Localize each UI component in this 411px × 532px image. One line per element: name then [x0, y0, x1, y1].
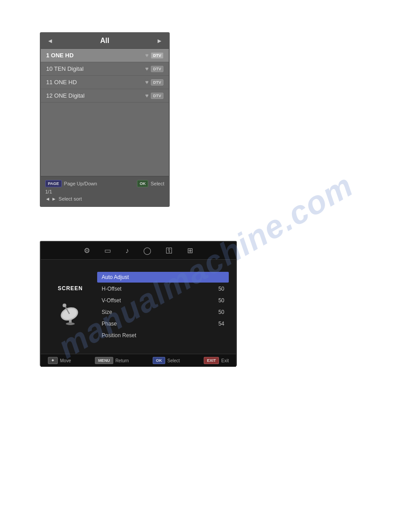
channel-item-right: ♥ DTV	[145, 65, 163, 72]
footer-row-page-number: 1/1	[45, 189, 164, 194]
exit-key-badge: EXIT	[204, 357, 219, 364]
move-footer-item: ✦ Move	[48, 357, 71, 364]
footer-row-2: ◄ ► Select sort	[45, 196, 164, 202]
screen-settings-body: SCREEN	[41, 260, 236, 354]
footer-left: PAGE Page Up/Down	[45, 180, 97, 187]
screen-label: SCREEN	[58, 285, 83, 292]
arrow-key-symbol: ◄ ►	[45, 196, 56, 202]
menu-item-phase[interactable]: Phase 54	[97, 318, 229, 329]
svg-point-1	[66, 322, 75, 325]
return-footer-item: MENU Return	[95, 357, 129, 364]
move-key-badge: ✦	[48, 357, 58, 364]
menu-item-size[interactable]: Size 50	[97, 307, 229, 317]
svg-point-5	[63, 304, 66, 307]
select-footer-item: OK Select	[153, 357, 180, 364]
display-icon[interactable]: ▭	[103, 245, 113, 256]
grid-icon[interactable]: ⊞	[185, 245, 195, 256]
return-label: Return	[116, 358, 129, 363]
phase-value: 54	[218, 321, 224, 327]
channel-items-container: 1 ONE HD ♥ DTV 10 TEN Digital ♥ DTV 11 O…	[41, 49, 169, 183]
channel-item[interactable]: 1 ONE HD ♥ DTV	[41, 49, 169, 62]
favorite-icon: ♥	[145, 52, 149, 59]
prev-page-arrow[interactable]: ◄	[47, 37, 53, 44]
menu-item-h-offset[interactable]: H-Offset 50	[97, 283, 229, 294]
dish-svg	[57, 299, 84, 326]
auto-adjust-label: Auto Adjust	[102, 274, 129, 280]
page-key-badge: PAGE	[45, 180, 62, 187]
v-offset-value: 50	[218, 297, 224, 304]
channel-name: 12 ONE Digital	[46, 92, 85, 99]
channel-item-right: ♥ DTV	[145, 52, 163, 59]
channel-category-title: All	[100, 37, 109, 45]
dtv-badge: DTV	[151, 79, 163, 86]
menu-key-badge: MENU	[95, 357, 113, 364]
screen-settings-panel: ⚙ ▭ ♪ ◯ ⚿ ⊞ SCREEN	[40, 241, 237, 366]
footer-row-1: PAGE Page Up/Down OK Select	[45, 180, 164, 187]
favorite-icon: ♥	[145, 65, 149, 72]
menu-item-position-reset[interactable]: Position Reset	[97, 330, 229, 341]
size-value: 50	[218, 309, 224, 315]
screen-menu-items: Auto Adjust H-Offset 50 V-Offset 50 Size…	[93, 272, 229, 342]
ok-key-badge: OK	[153, 357, 165, 364]
move-label: Move	[60, 358, 71, 363]
channel-item[interactable]: 11 ONE HD ♥ DTV	[41, 76, 169, 89]
settings-topbar: ⚙ ▭ ♪ ◯ ⚿ ⊞	[41, 242, 236, 260]
channel-item[interactable]: 12 ONE Digital ♥ DTV	[41, 89, 169, 103]
audio-icon[interactable]: ♪	[124, 246, 131, 256]
favorite-icon: ♥	[145, 79, 149, 86]
position-reset-label: Position Reset	[102, 332, 136, 339]
satellite-dish-icon	[54, 296, 86, 328]
page-number: 1/1	[45, 189, 52, 194]
screen-label-area: SCREEN	[48, 285, 93, 328]
size-label: Size	[102, 309, 112, 315]
lock-icon[interactable]: ⚿	[164, 246, 175, 256]
footer-page-number-area: 1/1	[45, 189, 52, 194]
page-up-down-label: Page Up/Down	[64, 181, 97, 186]
select-label: Select	[150, 181, 164, 186]
footer-right: OK Select	[137, 180, 164, 187]
channel-list-footer: PAGE Page Up/Down OK Select 1/1 ◄ ► Sele…	[41, 176, 169, 206]
dtv-badge: DTV	[151, 93, 163, 99]
channel-item[interactable]: 10 TEN Digital ♥ DTV	[41, 62, 169, 76]
select-sort-label: Select sort	[59, 196, 82, 202]
h-offset-label: H-Offset	[102, 286, 121, 292]
channel-list-panel: ◄ All ► 1 ONE HD ♥ DTV 10 TEN Digital ♥ …	[40, 32, 170, 207]
channel-name: 10 TEN Digital	[46, 65, 84, 72]
exit-footer-item: EXIT Exit	[204, 357, 229, 364]
ok-key-badge: OK	[137, 180, 149, 187]
channel-name: 11 ONE HD	[46, 79, 77, 86]
channel-item-right: ♥ DTV	[145, 92, 163, 99]
select-footer-label: Select	[167, 358, 180, 363]
favorite-icon: ♥	[145, 92, 149, 99]
h-offset-value: 50	[218, 286, 224, 292]
channel-item-right: ♥ DTV	[145, 79, 163, 86]
screen-settings-footer: ✦ Move MENU Return OK Select EXIT Exit	[41, 354, 236, 367]
next-page-arrow[interactable]: ►	[156, 37, 163, 44]
empty-channel-rows	[41, 103, 169, 183]
menu-item-auto-adjust[interactable]: Auto Adjust	[97, 272, 229, 283]
settings-icon[interactable]: ⚙	[82, 245, 92, 256]
clock-icon[interactable]: ◯	[141, 245, 153, 256]
dtv-badge: DTV	[151, 66, 163, 72]
phase-label: Phase	[102, 321, 117, 327]
channel-list-header: ◄ All ►	[41, 33, 169, 49]
channel-name: 1 ONE HD	[46, 52, 73, 59]
exit-label: Exit	[221, 358, 229, 363]
menu-item-v-offset[interactable]: V-Offset 50	[97, 295, 229, 306]
v-offset-label: V-Offset	[102, 297, 121, 304]
dtv-badge: DTV	[151, 52, 163, 59]
